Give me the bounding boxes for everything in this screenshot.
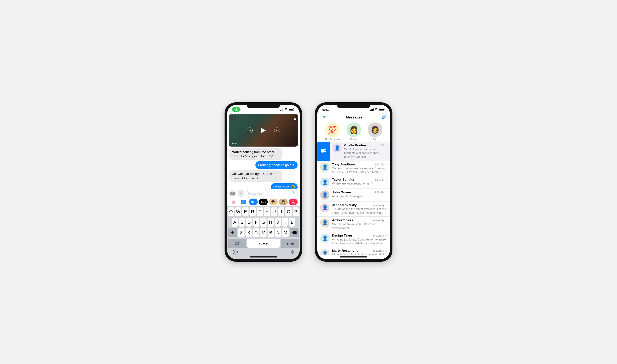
wifi-icon <box>375 108 378 111</box>
key-g[interactable]: G <box>260 218 266 227</box>
conversation-list[interactable]: 👤Chella Boehm9:3 ›Would love to hear you… <box>317 142 390 255</box>
appstore-button[interactable] <box>238 190 244 197</box>
conversation-time: 9:17 AM › <box>375 163 387 166</box>
key-b[interactable]: B <box>268 228 274 237</box>
avatar: 👤 <box>320 178 330 187</box>
shift-key[interactable] <box>228 228 237 237</box>
memoji-app-icon-1[interactable]: 🧒 <box>269 199 278 205</box>
conversation-name: Design Team <box>332 234 352 237</box>
key-i[interactable]: I <box>278 207 284 216</box>
home-indicator[interactable] <box>340 256 367 258</box>
key-o[interactable]: O <box>285 207 292 216</box>
conversation-preview: Come to the conference room at 1pm for K… <box>332 167 387 174</box>
space-key[interactable]: space <box>247 239 280 248</box>
search-app-icon[interactable] <box>289 199 298 205</box>
conversation-name: Taylor Schultz <box>332 178 354 181</box>
key-j[interactable]: J <box>275 218 281 227</box>
shareplay-pill[interactable] <box>232 107 241 112</box>
key-v[interactable]: V <box>260 228 267 237</box>
appstore-icon <box>239 191 243 195</box>
pinned-contact[interactable]: 💯The Cavannas <box>325 122 340 141</box>
memoji-app-icon-2[interactable]: 👧 <box>279 199 287 205</box>
status-icons <box>280 108 294 111</box>
key-y[interactable]: Y <box>264 207 270 216</box>
pin-avatar: 💯 <box>325 122 340 137</box>
key-n[interactable]: N <box>275 228 281 237</box>
dictation-key[interactable] <box>290 249 294 255</box>
cellular-icon <box>370 108 374 111</box>
conversation-preview: Amazing job today. Congrats to the entir… <box>332 238 387 245</box>
svg-point-10 <box>236 251 237 252</box>
return-key[interactable]: return <box>281 239 299 248</box>
numbers-key[interactable]: 123 <box>228 239 246 248</box>
key-x[interactable]: X <box>245 228 252 237</box>
svg-line-7 <box>294 203 295 203</box>
message-input[interactable]: iMessage <box>246 190 298 197</box>
battery-icon <box>289 108 294 111</box>
emoji-key[interactable] <box>232 249 238 255</box>
conversation-row[interactable]: 👤John Guynn8:23 AM ›Attachments: 3 Image… <box>317 189 390 202</box>
key-z[interactable]: Z <box>238 228 244 237</box>
key-t[interactable]: T <box>257 207 263 216</box>
avatar: 👤 <box>320 203 330 212</box>
avatar: 👤 <box>320 249 330 255</box>
key-p[interactable]: P <box>293 207 299 216</box>
mic-icon[interactable] <box>292 191 295 195</box>
key-h[interactable]: H <box>268 218 274 227</box>
key-c[interactable]: C <box>253 228 259 237</box>
key-s[interactable]: S <box>239 218 245 227</box>
pin-avatar: 🧔 <box>368 122 382 137</box>
pinned-contact[interactable]: 🧔Tejo <box>368 122 382 141</box>
key-a[interactable]: A <box>232 218 238 227</box>
conversation-time: 9:3 › <box>381 144 387 147</box>
avatar: 👤 <box>320 218 330 228</box>
battery-icon <box>379 108 384 111</box>
key-u[interactable]: U <box>271 207 277 216</box>
pinned-contact[interactable]: 👩Kristen <box>347 122 361 141</box>
page-dots <box>232 143 237 144</box>
key-r[interactable]: R <box>250 207 256 216</box>
avatar: 👤 <box>320 234 330 243</box>
compose-button[interactable] <box>382 115 387 120</box>
play-icon[interactable] <box>261 128 266 133</box>
message-placeholder: iMessage <box>248 192 262 195</box>
camera-button[interactable] <box>229 190 236 197</box>
pip-video-player[interactable]: ✕ 15 15 <box>229 114 298 147</box>
conversation-row[interactable]: 👤Jenna KovalskyYesterday ›Just uploaded … <box>317 202 390 217</box>
key-f[interactable]: F <box>253 218 259 227</box>
chat-thread[interactable]: started barking from the other room. He'… <box>227 147 300 189</box>
key-w[interactable]: W <box>235 207 241 216</box>
photos-app-icon[interactable]: 🌸 <box>229 199 238 205</box>
conversation-time: Yesterday › <box>373 249 387 252</box>
conversation-row[interactable]: 👤Toby Bradbury9:17 AM ›Come to the confe… <box>317 161 390 176</box>
close-icon[interactable]: ✕ <box>230 116 236 121</box>
pip-icon[interactable] <box>291 116 296 120</box>
applecash-app-icon[interactable]: Cash <box>259 199 268 205</box>
conversation-name: Amber Spiers <box>332 218 353 222</box>
skip-forward-icon[interactable]: 15 <box>274 128 280 133</box>
key-d[interactable]: D <box>246 218 252 227</box>
key-m[interactable]: M <box>282 228 289 237</box>
swipe-unread-action[interactable] <box>317 142 330 161</box>
delete-key[interactable] <box>290 228 299 237</box>
conversation-row[interactable]: 👤Design TeamYesterday ›Amazing job today… <box>317 232 390 247</box>
edit-button[interactable]: Edit <box>321 115 327 119</box>
message-bubble-out: Probably needs to go out. <box>255 161 298 169</box>
appstore-app-icon[interactable] <box>239 199 248 205</box>
conversation-row[interactable]: 👤Amber SpiersYesterday ›Call me when you… <box>317 217 390 232</box>
conversation-time: Yesterday › <box>373 234 387 237</box>
key-l[interactable]: L <box>289 218 295 227</box>
pin-label: Kristen <box>350 138 357 141</box>
conversation-row[interactable]: 👤Marty RosamondYesterday ›Did you watch … <box>317 247 390 255</box>
svg-point-9 <box>234 251 235 252</box>
conversation-row[interactable]: 👤Chella Boehm9:3 ›Would love to hear you… <box>317 142 390 161</box>
pin-avatar: 👩 <box>347 122 361 137</box>
key-q[interactable]: Q <box>228 207 234 216</box>
svg-point-11 <box>324 149 326 151</box>
home-indicator[interactable] <box>250 256 277 258</box>
key-e[interactable]: E <box>242 207 248 216</box>
skip-back-icon[interactable]: 15 <box>247 128 253 133</box>
key-k[interactable]: K <box>282 218 288 227</box>
conversation-row[interactable]: 👤Taylor Schultz8:53 AM ›Where are we mee… <box>317 176 390 189</box>
audio-app-icon[interactable] <box>249 199 258 205</box>
